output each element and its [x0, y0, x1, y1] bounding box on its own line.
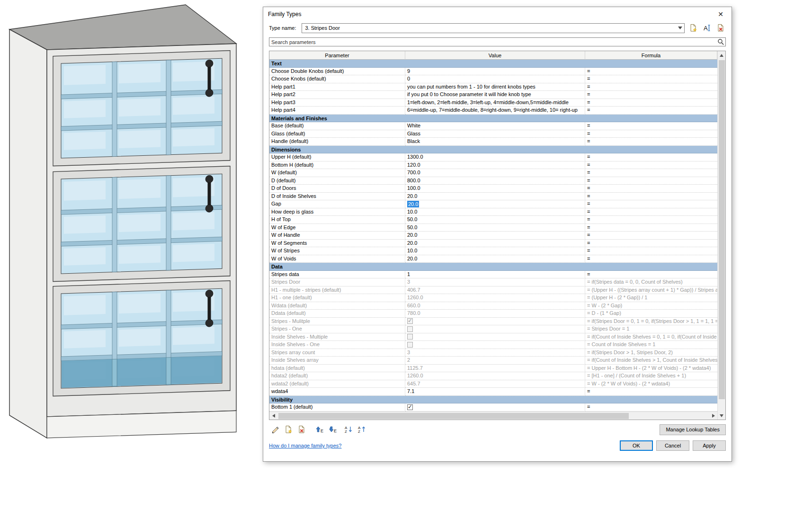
parameter-value[interactable]: 10.0	[405, 208, 585, 216]
new-type-button[interactable]	[687, 23, 698, 33]
parameter-value[interactable]: if you put 0 to Choose parameter it will…	[405, 91, 585, 99]
parameter-formula[interactable]: =	[585, 193, 717, 201]
parameter-formula[interactable]: =	[585, 185, 717, 193]
parameter-formula[interactable]: =	[585, 153, 717, 161]
parameter-row[interactable]: Glass (default)Glass=	[269, 130, 717, 138]
parameter-value[interactable]: 20.0	[405, 193, 585, 201]
apply-button[interactable]: Apply	[693, 440, 726, 451]
scroll-right-icon[interactable]	[709, 412, 717, 420]
parameter-value[interactable]: 120.0	[405, 161, 585, 170]
search-icon[interactable]	[716, 38, 725, 45]
rename-type-button[interactable]: A	[701, 23, 712, 33]
parameter-row[interactable]: Help part31=left-down, 2=left-middle, 3=…	[269, 99, 717, 107]
parameter-value[interactable]: 50.0	[405, 216, 585, 224]
parameter-row[interactable]: Stripes - One= Stripes Door = 1	[269, 325, 717, 333]
parameter-row[interactable]: Stripes array count3= if(Stripes Door > …	[269, 349, 717, 357]
parameter-row[interactable]: Inside Shelves - Multiple= if(Count of I…	[269, 333, 717, 341]
parameter-row[interactable]: Help part46=middle-up, 7=middle-double, …	[269, 107, 717, 115]
parameter-row[interactable]: H1 - one (default)1260.0= (Upper H - (2 …	[269, 294, 717, 302]
parameter-row[interactable]: W (default)700.0=	[269, 169, 717, 177]
edit-parameter-button[interactable]	[269, 424, 281, 435]
parameter-formula[interactable]: =	[585, 208, 717, 216]
parameter-formula[interactable]: =	[585, 224, 717, 232]
parameter-row[interactable]: How deep is glass10.0=	[269, 208, 717, 216]
parameter-formula[interactable]: =	[585, 83, 717, 91]
parameter-row[interactable]: hdata (default)1125.7= Upper H - Bottom …	[269, 365, 717, 373]
parameter-formula[interactable]: =	[585, 232, 717, 240]
parameter-value[interactable]: 700.0	[405, 169, 585, 177]
parameter-value[interactable]: Black	[405, 138, 585, 146]
scroll-left-icon[interactable]	[269, 412, 277, 420]
move-parameter-down-button[interactable]: E	[326, 424, 338, 435]
parameter-formula[interactable]: =	[585, 99, 717, 107]
parameter-row[interactable]: Gap20.0=	[269, 200, 717, 208]
close-button[interactable]: ✕	[714, 9, 728, 20]
parameter-row[interactable]: W of Handle20.0=	[269, 232, 717, 240]
parameter-value[interactable]: 1	[405, 271, 585, 279]
scroll-up-icon[interactable]	[718, 51, 726, 59]
delete-parameter-button[interactable]	[295, 424, 308, 435]
horizontal-scroll-thumb[interactable]	[278, 413, 629, 419]
parameter-formula[interactable]: =	[585, 255, 717, 263]
parameter-row[interactable]: H of Top50.0=	[269, 216, 717, 224]
parameter-formula[interactable]: =	[585, 107, 717, 115]
parameter-formula[interactable]: =	[585, 91, 717, 99]
search-input[interactable]	[269, 38, 716, 46]
parameter-row[interactable]: Stripes data1=	[269, 271, 717, 279]
parameter-value[interactable]: 1=left-down, 2=left-middle, 3=left-up, 4…	[405, 99, 585, 107]
parameter-value[interactable]: White	[405, 122, 585, 130]
parameter-row[interactable]: hdata2 (default)1260.0= [H1 - one] / (Co…	[269, 372, 717, 380]
parameter-row[interactable]: Help part1you can put numbers from 1 - 1…	[269, 83, 717, 91]
parameter-formula[interactable]: =	[585, 138, 717, 146]
parameter-formula[interactable]: =	[585, 68, 717, 76]
column-header-parameter[interactable]: Parameter	[269, 51, 405, 60]
parameter-value[interactable]: 0	[405, 75, 585, 83]
parameter-row[interactable]: W of Segments20.0=	[269, 240, 717, 248]
move-parameter-up-button[interactable]: E	[312, 424, 325, 435]
parameter-formula[interactable]: =	[585, 161, 717, 170]
parameter-formula[interactable]: =	[585, 388, 717, 396]
horizontal-scrollbar[interactable]	[269, 412, 717, 420]
parameter-formula[interactable]: =	[585, 271, 717, 279]
parameter-row[interactable]: Choose Knobs (default)0=	[269, 75, 717, 83]
parameter-value[interactable]	[405, 403, 585, 412]
value-checkbox[interactable]	[407, 404, 413, 410]
parameter-value[interactable]: 20.0	[405, 200, 585, 208]
parameter-row[interactable]: Choose Double Knobs (default)9=	[269, 68, 717, 76]
parameter-value[interactable]: you can put numbers from 1 - 10 for dirr…	[405, 83, 585, 91]
parameter-formula[interactable]: =	[585, 240, 717, 248]
parameter-row[interactable]: Wdata (default)660.0= W - (2 * Gap)	[269, 302, 717, 310]
type-name-combobox[interactable]: 3. Stripes Door	[302, 23, 685, 33]
parameter-row[interactable]: H1 - multiple - stripes (default)406.7= …	[269, 286, 717, 295]
parameter-row[interactable]: Upper H (default)1300.0=	[269, 153, 717, 161]
parameter-row[interactable]: Stripes Door3= if(Stripes data = 0, 0, C…	[269, 278, 717, 286]
cancel-button[interactable]: Cancel	[656, 440, 689, 451]
parameter-row[interactable]: Inside Shelves - One= Count of Inside Sh…	[269, 341, 717, 349]
vertical-scrollbar[interactable]	[717, 51, 725, 420]
parameter-value[interactable]: 10.0	[405, 247, 585, 255]
parameter-row[interactable]: Stripes - Mulitple= if(Stripes Door = 0,…	[269, 318, 717, 326]
parameter-row[interactable]: Base (default)White=	[269, 122, 717, 130]
delete-type-button[interactable]	[715, 23, 726, 33]
parameter-value[interactable]: 20.0	[405, 255, 585, 263]
sort-descending-button[interactable]: A Z	[356, 424, 368, 435]
new-parameter-button[interactable]	[282, 424, 294, 435]
column-header-value[interactable]: Value	[405, 51, 585, 60]
parameter-value[interactable]: 800.0	[405, 177, 585, 185]
chevron-down-icon[interactable]	[676, 24, 684, 33]
parameter-formula[interactable]: =	[585, 122, 717, 130]
help-link[interactable]: How do I manage family types?	[269, 443, 341, 448]
parameter-value[interactable]: 50.0	[405, 224, 585, 232]
parameter-row[interactable]: Bottom H (default)120.0=	[269, 161, 717, 170]
parameter-value[interactable]: 7.1	[405, 388, 585, 396]
manage-lookup-tables-button[interactable]: Manage Lookup Tables	[660, 424, 726, 435]
parameter-formula[interactable]: =	[585, 403, 717, 412]
parameter-formula[interactable]: =	[585, 169, 717, 177]
parameter-formula[interactable]: =	[585, 177, 717, 185]
parameter-value[interactable]: Glass	[405, 130, 585, 138]
parameter-value[interactable]: 1300.0	[405, 153, 585, 161]
parameter-formula[interactable]: =	[585, 75, 717, 83]
parameter-row[interactable]: Inside Shelves array2= if(Count of Insid…	[269, 357, 717, 365]
parameter-formula[interactable]: =	[585, 247, 717, 255]
parameter-row[interactable]: wdata2 (default)645.7= W - (2 * W of Voi…	[269, 380, 717, 388]
